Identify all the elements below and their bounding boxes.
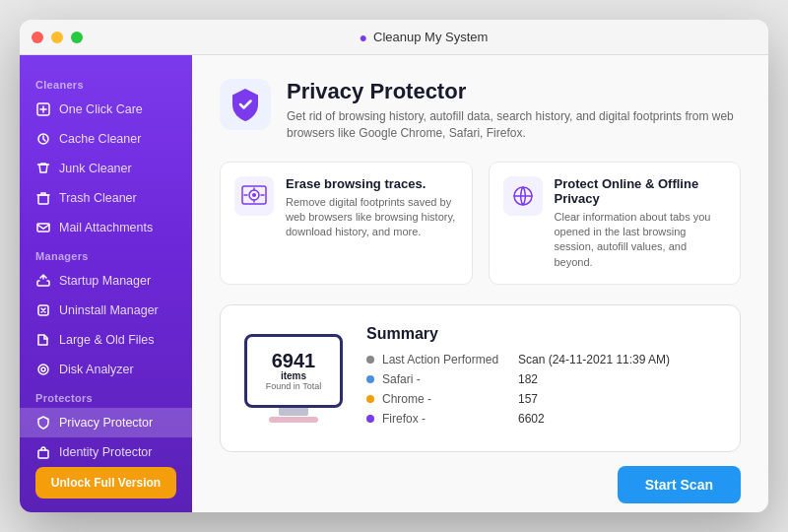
item-unit: items xyxy=(281,370,306,381)
sidebar-item-label: Disk Analyzer xyxy=(59,363,134,376)
startup-manager-icon xyxy=(35,273,51,289)
identity-protector-icon xyxy=(35,444,51,460)
minimize-button[interactable] xyxy=(51,32,63,43)
summary-title: Summary xyxy=(366,325,716,343)
summary-details: Summary Last Action Performed Scan (24-1… xyxy=(366,325,716,432)
window-title: ● Cleanup My System xyxy=(91,30,756,45)
monitor-base xyxy=(269,417,318,423)
title-bar: ● Cleanup My System xyxy=(20,20,768,55)
summary-row-safari: Safari - 182 xyxy=(366,372,716,386)
mail-icon xyxy=(35,220,51,235)
feature-card-erase-text: Erase browsing traces. Remove digital fo… xyxy=(286,176,458,240)
cleaners-section-label: Cleaners xyxy=(20,71,192,95)
sidebar-item-one-click-care[interactable]: One Click Care xyxy=(20,95,192,124)
page-header-text: Privacy Protector Get rid of browsing hi… xyxy=(287,79,741,142)
summary-value-action: Scan (24-11-2021 11:39 AM) xyxy=(518,353,670,366)
protectors-section-label: Protectors xyxy=(20,384,192,408)
feature-card-protect-desc: Clear information about tabs you opened … xyxy=(555,210,727,271)
trash-cleaner-icon xyxy=(35,190,51,206)
page-description: Get rid of browsing history, autofill da… xyxy=(287,108,741,142)
summary-label-safari: Safari - xyxy=(382,372,510,386)
cache-cleaner-icon xyxy=(35,131,51,147)
summary-row-firefox: Firefox - 6602 xyxy=(366,412,716,426)
sidebar-item-large-old-files[interactable]: Large & Old Files xyxy=(20,325,192,355)
svg-point-4 xyxy=(38,365,48,374)
monitor-screen: 6941 items Found in Total xyxy=(244,334,343,408)
item-count: 6941 xyxy=(272,351,316,370)
sidebar-item-junk-cleaner[interactable]: Junk Cleaner xyxy=(20,154,192,183)
summary-label-chrome: Chrome - xyxy=(382,392,510,406)
sidebar-item-label: One Click Care xyxy=(59,102,143,116)
summary-row-chrome: Chrome - 157 xyxy=(366,392,716,406)
disk-analyzer-icon xyxy=(35,362,51,377)
dot-action xyxy=(366,356,374,364)
svg-point-11 xyxy=(252,193,256,197)
dot-firefox xyxy=(366,415,374,423)
maximize-button[interactable] xyxy=(71,32,83,43)
protect-privacy-icon xyxy=(503,176,543,216)
sidebar-item-startup-manager[interactable]: Startup Manager xyxy=(20,266,192,296)
privacy-protector-icon xyxy=(35,415,51,431)
page-title: Privacy Protector xyxy=(287,79,741,104)
sidebar-item-label: Large & Old Files xyxy=(59,333,155,347)
sidebar-item-identity-protector[interactable]: Identity Protector xyxy=(20,437,192,467)
sidebar-item-uninstall-manager[interactable]: Uninstall Manager xyxy=(20,296,192,325)
sidebar: Cleaners One Click Care Cache Cleaner Ju… xyxy=(20,55,192,512)
main-content: Privacy Protector Get rid of browsing hi… xyxy=(192,55,768,512)
junk-cleaner-icon xyxy=(35,161,51,176)
monitor-graphic: 6941 items Found in Total xyxy=(244,334,343,423)
uninstall-manager-icon xyxy=(35,302,51,318)
sidebar-item-label: Junk Cleaner xyxy=(59,162,132,175)
sidebar-item-cache-cleaner[interactable]: Cache Cleaner xyxy=(20,124,192,154)
sidebar-item-label: Cache Cleaner xyxy=(59,132,141,146)
start-scan-button[interactable]: Start Scan xyxy=(618,466,741,503)
feature-card-erase-desc: Remove digital footprints saved by web b… xyxy=(286,195,458,240)
erase-traces-icon xyxy=(234,176,274,216)
sidebar-item-label: Mail Attachments xyxy=(59,221,153,234)
sidebar-item-disk-analyzer[interactable]: Disk Analyzer xyxy=(20,355,192,384)
summary-row-action: Last Action Performed Scan (24-11-2021 1… xyxy=(366,353,716,366)
feature-cards: Erase browsing traces. Remove digital fo… xyxy=(220,162,741,286)
dot-safari xyxy=(366,375,374,383)
managers-section-label: Managers xyxy=(20,242,192,266)
one-click-care-icon xyxy=(35,101,51,117)
sidebar-item-label: Identity Protector xyxy=(59,445,153,459)
summary-label-action: Last Action Performed xyxy=(382,353,510,366)
main-footer: Start Scan xyxy=(220,466,741,503)
unlock-full-version-button[interactable]: Unlock Full Version xyxy=(35,467,176,499)
feature-card-erase: Erase browsing traces. Remove digital fo… xyxy=(220,162,473,286)
feature-card-erase-title: Erase browsing traces. xyxy=(286,176,458,191)
page-header: Privacy Protector Get rid of browsing hi… xyxy=(220,79,741,142)
feature-card-protect-text: Protect Online & Offline Privacy Clear i… xyxy=(555,176,727,271)
svg-point-5 xyxy=(41,367,45,371)
sidebar-item-trash-cleaner[interactable]: Trash Cleaner xyxy=(20,183,192,213)
dot-chrome xyxy=(366,395,374,403)
summary-value-safari: 182 xyxy=(518,372,538,386)
sidebar-item-label: Privacy Protector xyxy=(59,416,153,430)
sidebar-item-mail-attachments[interactable]: Mail Attachments xyxy=(20,213,192,242)
svg-rect-2 xyxy=(37,224,49,232)
monitor-stand xyxy=(279,408,308,416)
summary-label-firefox: Firefox - xyxy=(382,412,510,426)
sidebar-item-label: Uninstall Manager xyxy=(59,303,159,317)
close-button[interactable] xyxy=(32,32,43,43)
feature-card-protect-title: Protect Online & Offline Privacy xyxy=(555,176,727,206)
item-sub: Found in Total xyxy=(266,381,321,391)
feature-card-protect: Protect Online & Offline Privacy Clear i… xyxy=(489,162,742,286)
summary-value-firefox: 6602 xyxy=(518,412,545,426)
app-icon: ● xyxy=(360,30,367,45)
sidebar-item-privacy-protector[interactable]: Privacy Protector xyxy=(20,408,192,437)
summary-box: 6941 items Found in Total Summary Last A… xyxy=(220,304,741,452)
app-window: ● Cleanup My System Cleaners One Click C… xyxy=(20,20,768,512)
svg-rect-6 xyxy=(38,450,48,458)
large-files-icon xyxy=(35,332,51,348)
sidebar-item-label: Startup Manager xyxy=(59,274,151,288)
summary-value-chrome: 157 xyxy=(518,392,538,406)
sidebar-item-label: Trash Cleaner xyxy=(59,191,137,205)
app-body: Cleaners One Click Care Cache Cleaner Ju… xyxy=(20,55,768,512)
page-icon xyxy=(220,79,271,130)
